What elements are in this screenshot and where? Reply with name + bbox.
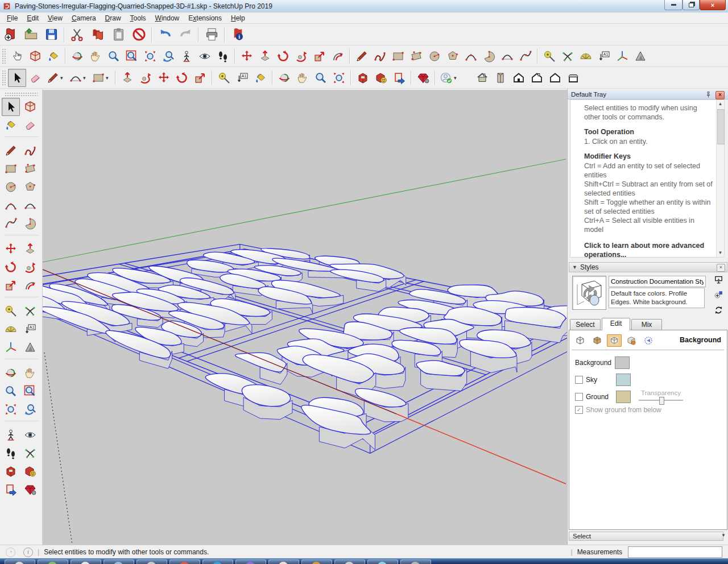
follow-me-button[interactable] (21, 258, 39, 276)
watermark-settings-button[interactable] (624, 334, 639, 347)
zoom-previous-button[interactable] (159, 47, 177, 65)
walk-tool-button[interactable] (2, 444, 20, 462)
look-around-button[interactable] (196, 47, 214, 65)
eraser-tool-button[interactable] (21, 116, 39, 134)
menu-tools[interactable]: Tools (126, 13, 151, 23)
push-pull-button[interactable] (21, 240, 39, 258)
view-left-button[interactable] (564, 69, 582, 87)
taskbar-app[interactable] (367, 559, 398, 564)
tab-edit[interactable]: Edit (602, 318, 630, 330)
taskbar-app[interactable] (400, 559, 431, 564)
pie-tool-button[interactable] (21, 214, 39, 233)
new-button[interactable] (0, 25, 20, 44)
rotate-tool-button[interactable] (173, 69, 191, 87)
menu-help[interactable]: Help (226, 13, 250, 23)
pin-icon[interactable] (705, 91, 712, 98)
undo-button[interactable] (155, 25, 175, 44)
circle-tool-button[interactable] (2, 178, 20, 196)
share-model-button[interactable] (372, 69, 390, 87)
position-camera-button[interactable] (177, 47, 196, 65)
push-pull-button[interactable] (256, 47, 274, 65)
share-model-button[interactable] (21, 462, 39, 480)
tray-close-button[interactable]: × (715, 91, 725, 99)
axes-tool-button[interactable] (2, 338, 20, 356)
minimize-button[interactable] (664, 0, 682, 10)
close-button[interactable]: × (700, 0, 726, 10)
collapsed-select-panel[interactable]: Select (569, 532, 723, 541)
axes-tool-button[interactable] (613, 47, 631, 65)
print-button[interactable] (201, 25, 222, 44)
3d-warehouse-button[interactable] (354, 69, 372, 87)
zoom-window-button[interactable] (123, 47, 141, 65)
sky-checkbox[interactable] (575, 376, 583, 384)
taskbar-app[interactable] (268, 559, 299, 564)
rotate-tool-button[interactable] (2, 258, 20, 276)
zoom-tool-button[interactable] (2, 382, 20, 400)
redo-button[interactable] (175, 25, 196, 44)
zoom-extents-button[interactable] (141, 47, 159, 65)
text-tool-button[interactable]: A1 (21, 320, 39, 338)
model-info-button[interactable]: i (228, 25, 248, 44)
dropdown-arrow-icon[interactable]: ▾ (106, 75, 111, 81)
line-tool-button[interactable] (2, 142, 20, 160)
scroll-up-icon[interactable]: ▲ (717, 100, 724, 108)
taskbar-app[interactable] (334, 559, 365, 564)
background-color-swatch[interactable] (615, 356, 630, 369)
polygon-tool-button[interactable] (21, 178, 39, 196)
share-component-button[interactable] (2, 480, 20, 499)
menu-file[interactable]: File (2, 13, 22, 23)
style-thumbnail[interactable] (572, 276, 606, 310)
dimension-tool-button[interactable] (21, 302, 39, 320)
geolocation-icon[interactable]: ◔ (6, 548, 15, 557)
account-button[interactable]: ▾ (438, 69, 461, 87)
position-camera-button[interactable] (2, 426, 20, 444)
menu-extensions[interactable]: Extensions (184, 13, 226, 23)
menu-draw[interactable]: Draw (101, 13, 126, 23)
pan-tool-button[interactable] (86, 47, 105, 65)
view-right-button[interactable] (528, 69, 546, 87)
viewport-3d-scene[interactable] (43, 90, 567, 545)
select-tool-button[interactable] (8, 69, 26, 87)
menu-view[interactable]: View (43, 13, 67, 23)
turn-around-button[interactable] (21, 444, 39, 462)
copy-button[interactable] (88, 25, 108, 44)
taskbar-app[interactable] (104, 559, 134, 564)
pan-tool-button[interactable] (21, 364, 39, 382)
dropdown-arrow-icon[interactable]: ▾ (454, 75, 459, 81)
taskbar-app[interactable] (136, 559, 167, 564)
scrollbar-thumb[interactable] (717, 109, 725, 144)
3d-warehouse-button[interactable] (2, 462, 20, 480)
ground-color-swatch[interactable] (616, 391, 631, 403)
taskbar-app[interactable] (301, 559, 332, 564)
taskbar-app[interactable] (169, 559, 200, 564)
display-secondary-pane-button[interactable] (714, 275, 723, 287)
paint-bucket-button[interactable] (44, 47, 63, 65)
taskbar-app[interactable] (202, 559, 233, 564)
shapes-tool-button[interactable]: ▾ (90, 69, 113, 87)
rotated-rectangle-button[interactable] (21, 160, 39, 178)
advanced-operations-link[interactable]: Click to learn about more advanced opera… (584, 241, 715, 259)
paint-bucket-button[interactable] (2, 116, 20, 134)
arc-tool-button[interactable] (462, 47, 480, 65)
select-tool-button[interactable] (8, 47, 26, 65)
dropdown-arrow-icon[interactable]: ▾ (83, 75, 88, 81)
two-point-arc-button[interactable] (21, 196, 39, 214)
tape-measure-button[interactable] (540, 47, 559, 65)
extension-warehouse-button[interactable] (414, 69, 432, 87)
orbit-tool-button[interactable] (68, 47, 86, 65)
line-tool-button[interactable] (353, 47, 371, 65)
save-button[interactable] (41, 25, 61, 44)
circle-tool-button[interactable] (425, 47, 444, 65)
freehand-tool-button[interactable] (371, 47, 389, 65)
rectangle-tool-button[interactable] (2, 160, 20, 178)
zoom-extents-button[interactable] (2, 400, 20, 418)
arc-tool-button[interactable] (2, 196, 20, 214)
view-back-button[interactable] (546, 69, 564, 87)
credits-info-icon[interactable]: i (23, 548, 33, 557)
delete-button[interactable] (129, 25, 149, 44)
rotate-tool-button[interactable] (274, 47, 292, 65)
text-tool-button[interactable]: A1 (595, 47, 613, 65)
ground-checkbox[interactable] (575, 393, 583, 401)
tab-mix[interactable]: Mix (631, 319, 662, 330)
open-button[interactable] (20, 25, 41, 44)
